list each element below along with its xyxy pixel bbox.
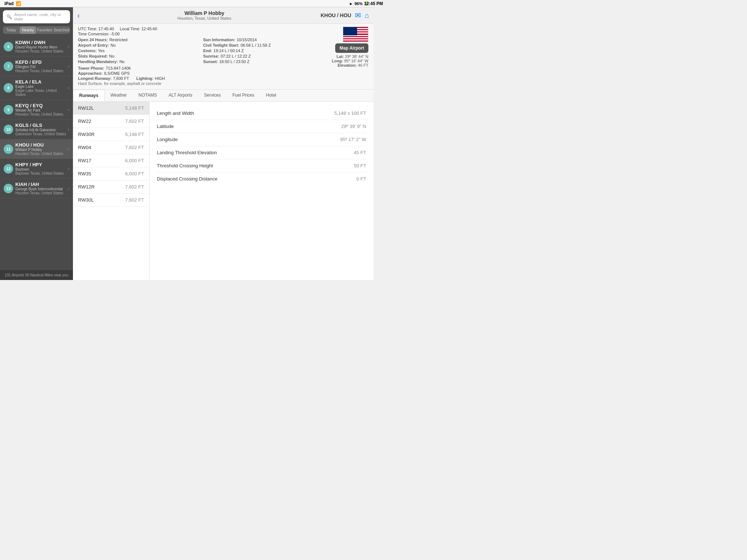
tab-nearby[interactable]: Nearby — [20, 26, 36, 34]
battery-level: 96% — [355, 1, 363, 6]
open-hours-value: Restricted — [109, 38, 128, 42]
tab-notams[interactable]: NOTAMS — [133, 90, 163, 101]
header-title-block: William P Hobby Houston, Texas, United S… — [88, 10, 321, 20]
runway-row-rw12r[interactable]: RW12R 7,602 FT — [73, 180, 149, 194]
search-placeholder: Airport name, code, city or state — [14, 12, 66, 21]
handling-row: Handling Mandatory: No — [78, 59, 200, 64]
runway-content: RW12L 5,148 FT RW22 7,602 FT RW30R 5,148… — [73, 102, 374, 280]
detail-row-threshold-elev: Landing Threshold Elevation 45 FT — [157, 146, 366, 159]
detail-row-length: Length and Width 5,148 x 100 FT — [157, 107, 366, 120]
content-panel: ‹ William P Hobby Houston, Texas, United… — [73, 7, 374, 280]
airport-list: 6 KDWH / DWH David Wayne Hooks Mem Houst… — [0, 37, 73, 270]
airport-info-kdwh: KDWH / DWH David Wayne Hooks Mem Houston… — [15, 40, 66, 53]
home-icon[interactable]: ⌂ — [365, 11, 369, 20]
lat-value: Lat: 29º 38' 44'' N — [332, 54, 368, 59]
header-airport-name: William P Hobby — [88, 10, 321, 16]
local-time: Local Time: 12:45:40 — [120, 27, 157, 31]
tab-hotel[interactable]: Hotel — [260, 90, 282, 101]
chevron-kefd: › — [68, 64, 69, 69]
badge-khou: 11 — [4, 144, 13, 154]
badge-kdwh: 6 — [4, 42, 13, 51]
runway-row-rw22[interactable]: RW22 7,602 FT — [73, 115, 149, 128]
runway-row: Longest Runway: 7,600 FT Lighting: HIGH — [78, 76, 325, 81]
airport-item-keyq[interactable]: 9 KEYQ / EYQ Weiser Air Park Houston Tex… — [0, 100, 73, 120]
airport-item-kefd[interactable]: 7 KEFD / EFD Ellington Fld Houston Texas… — [0, 57, 73, 76]
runway-row-rw12l[interactable]: RW12L 5,148 FT — [73, 102, 149, 115]
runway-row-rw30l[interactable]: RW30L 7,602 FT — [73, 194, 149, 207]
airport-item-khou[interactable]: 11 KHOU / HOU William P Hobby Houston Te… — [0, 139, 73, 159]
device-label: iPad — [4, 1, 13, 6]
airport-item-kgls[interactable]: 10 KGLS / GLS Scholes Intl At Galveston … — [0, 120, 73, 139]
sun-info-row: Sun Information: 10/15/2014 — [203, 38, 325, 42]
airport-item-kdwh[interactable]: 6 KDWH / DWH David Wayne Hooks Mem Houst… — [0, 37, 73, 57]
airport-item-khpy[interactable]: 12 KHPY / HPY Baytown Baytown Texas, Uni… — [0, 159, 73, 179]
badge-kgls: 10 — [4, 125, 13, 134]
badge-kela: 8 — [4, 83, 13, 93]
airport-item-kiah[interactable]: 13 KIAH / IAH George Bush Intercontinent… — [0, 179, 73, 198]
customs-row: Customs: Yes — [78, 48, 200, 53]
sunset-value: 18:50 L / 23:50 Z — [219, 59, 249, 64]
chevron-keyq: › — [68, 107, 69, 112]
approaches-value: ILS/DME GPS — [104, 71, 129, 75]
mail-icon[interactable]: ✉ — [355, 11, 361, 20]
status-left: iPad 📶 — [4, 1, 21, 6]
runway-row-rw04[interactable]: RW04 7,602 FT — [73, 141, 149, 154]
info-left: UTC Time: 17:45:40 Local Time: 12:45:40 … — [78, 27, 325, 86]
status-bar: iPad 📶 12:45 PM ► 96% 🔋 — [0, 0, 374, 7]
runway-row-rw35[interactable]: RW35 6,000 FT — [73, 167, 149, 180]
content-header: ‹ William P Hobby Houston, Texas, United… — [73, 7, 374, 24]
tower-row: Tower Phone: 713-847-1406 — [78, 66, 325, 70]
info-right-block: Map Airport Lat: 29º 38' 44'' N Long: 95… — [332, 27, 368, 86]
sun-info-value: 10/15/2014 — [237, 38, 257, 42]
detail-row-displaced: Displaced Crossing Distance 0 FT — [157, 172, 366, 185]
us-flag — [343, 27, 368, 42]
location-icon: ► — [349, 1, 353, 6]
time-conversion: Time Conversion: -5:00 — [78, 32, 120, 36]
chevron-khou: › — [68, 147, 69, 152]
runway-details: Length and Width 5,148 x 100 FT Latitude… — [150, 102, 374, 280]
header-right: KHOU / HOU ✉ ⌂ — [321, 11, 369, 20]
sunrise-row: Sunrise: 07:22 L / 12:22 Z — [203, 54, 325, 58]
sunset-row: Sunset: 18:50 L / 23:50 Z — [203, 59, 325, 64]
airport-item-kela[interactable]: 8 KELA / ELA Eagle Lake Eagle Lake Texas… — [0, 76, 73, 100]
elevation-value: Elevation: 46 FT — [332, 63, 368, 67]
header-airport-location: Houston, Texas, United States — [88, 16, 321, 20]
tower-value: 713-847-1406 — [106, 66, 131, 70]
tab-weather[interactable]: Weather — [105, 90, 133, 101]
twilight-start-row: Civil Twilight Start: 06:58 L / 11:58 Z — [203, 43, 325, 47]
tab-searched[interactable]: Searched — [53, 26, 70, 34]
sunrise-value: 07:22 L / 12:22 Z — [221, 54, 251, 58]
back-button[interactable]: ‹ — [77, 11, 88, 20]
badge-keyq: 9 — [4, 105, 13, 114]
runway-row-rw30r[interactable]: RW30R 5,148 FT — [73, 128, 149, 141]
search-box[interactable]: 🔍 Airport name, code, city or state — [3, 10, 70, 23]
tab-alt-airports[interactable]: ALT Airports — [163, 90, 198, 101]
tab-services[interactable]: Services — [198, 90, 227, 101]
long-value: Long: 95º 16' 44'' W — [332, 59, 368, 63]
runway-list: RW12L 5,148 FT RW22 7,602 FT RW30R 5,148… — [73, 102, 150, 280]
sidebar: 🔍 Airport name, code, city or state Toda… — [0, 7, 73, 280]
runway-row-rw17[interactable]: RW17 6,000 FT — [73, 154, 149, 167]
twilight-end-row: End: 19:14 L / 00:14 Z — [203, 48, 325, 53]
map-airport-button[interactable]: Map Airport — [335, 43, 368, 53]
customs-value: Yes — [98, 48, 105, 53]
sidebar-tab-bar: Today Nearby Favorites Searched — [3, 26, 70, 34]
info-section: UTC Time: 17:45:40 Local Time: 12:45:40 … — [73, 24, 374, 90]
status-time: 12:45 PM — [364, 1, 374, 6]
slots-row: Slots Required: No — [78, 54, 200, 58]
tab-runways[interactable]: Runways — [73, 90, 105, 102]
coordinates-block: Lat: 29º 38' 44'' N Long: 95º 16' 44'' W… — [332, 54, 368, 67]
tab-favorites[interactable]: Favorites — [36, 26, 53, 34]
time-conversion-row: Time Conversion: -5:00 — [78, 32, 325, 36]
chevron-kdwh: › — [68, 44, 69, 49]
tab-today[interactable]: Today — [3, 26, 20, 34]
detail-row-long: Longitude 95º 17' 2'' W — [157, 133, 366, 146]
flag-canton — [343, 27, 357, 35]
badge-khpy: 12 — [4, 164, 13, 174]
lighting-value: HIGH — [155, 76, 165, 81]
badge-kefd: 7 — [4, 62, 13, 71]
search-icon: 🔍 — [7, 14, 12, 19]
chevron-kela: › — [68, 85, 69, 90]
airport-code-badge: KHOU / HOU — [321, 12, 351, 18]
tab-fuel-prices[interactable]: Fuel Prices — [227, 90, 260, 101]
